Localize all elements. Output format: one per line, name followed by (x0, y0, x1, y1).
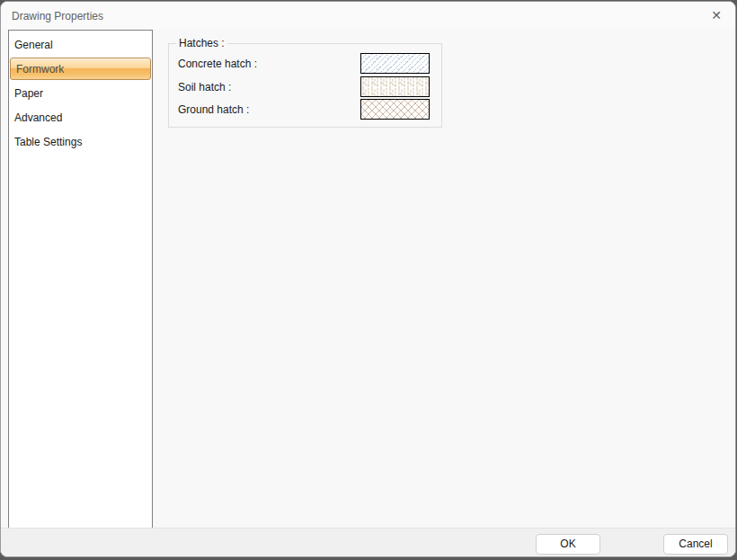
ground-hatch-label: Ground hatch : (178, 103, 249, 116)
ground-hatch-row: Ground hatch : (169, 99, 441, 120)
close-icon: ✕ (711, 8, 722, 22)
sidebar-item-label: Advanced (14, 111, 62, 124)
soil-hatch-pattern-icon (361, 77, 429, 96)
ground-hatch-swatch[interactable] (360, 99, 430, 120)
sidebar-item-advanced[interactable]: Advanced (9, 105, 152, 129)
sidebar-item-label: Table Settings (14, 136, 82, 148)
soil-hatch-row: Soil hatch : (169, 76, 441, 97)
hatches-group-title: Hatches : (176, 37, 227, 49)
sidebar-item-label: Paper (14, 87, 43, 100)
hatches-groupbox: Hatches : Concrete hatch : (168, 43, 442, 128)
ground-hatch-pattern-icon (361, 100, 429, 119)
soil-hatch-label: Soil hatch : (178, 81, 231, 93)
category-list: General Formwork Paper Advanced Table Se… (8, 30, 153, 529)
concrete-hatch-label: Concrete hatch : (178, 58, 257, 70)
sidebar-item-paper[interactable]: Paper (9, 81, 152, 105)
concrete-hatch-row: Concrete hatch : (169, 53, 441, 74)
window-title: Drawing Properties (12, 10, 103, 22)
ok-button[interactable]: OK (536, 534, 600, 555)
close-button[interactable]: ✕ (703, 4, 730, 27)
sidebar-item-formwork[interactable]: Formwork (10, 58, 151, 80)
sidebar-item-table-settings[interactable]: Table Settings (9, 129, 152, 154)
sidebar-item-general[interactable]: General (9, 32, 152, 57)
dialog-footer: OK Cancel (1, 528, 735, 556)
soil-hatch-swatch[interactable] (360, 76, 430, 97)
title-bar: Drawing Properties ✕ (1, 2, 735, 30)
drawing-properties-dialog: Drawing Properties ✕ General Formwork Pa… (0, 1, 736, 557)
formwork-panel: Hatches : Concrete hatch : (154, 30, 735, 525)
sidebar-item-label: General (14, 39, 53, 51)
sidebar-item-label: Formwork (16, 63, 64, 76)
concrete-hatch-swatch[interactable] (360, 53, 430, 74)
concrete-hatch-pattern-icon (361, 54, 429, 73)
cancel-button[interactable]: Cancel (663, 534, 728, 555)
